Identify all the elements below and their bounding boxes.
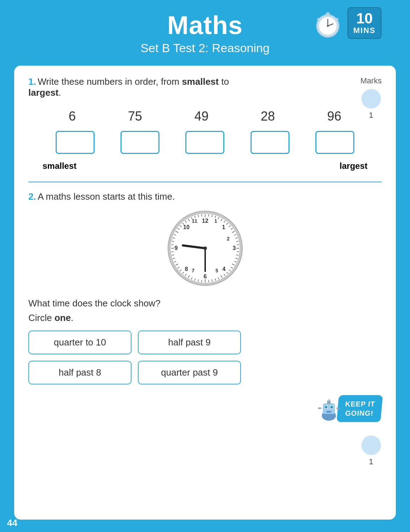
section-divider xyxy=(28,182,382,182)
svg-text:8: 8 xyxy=(185,266,188,272)
svg-text:1: 1 xyxy=(222,224,225,230)
svg-text:2: 2 xyxy=(227,236,230,242)
marks-value-1: 1 xyxy=(357,111,385,120)
page-subtitle: Set B Test 2: Reasoning xyxy=(0,41,410,55)
options-grid: quarter to 10 half past 9 half past 8 qu… xyxy=(28,331,241,384)
number-2: 75 xyxy=(128,109,142,124)
numbers-row: 6 75 49 28 96 xyxy=(43,109,367,124)
stopwatch-icon xyxy=(312,7,344,39)
main-content: Marks 1 1. Write these numbers in order,… xyxy=(14,66,396,520)
svg-text:3: 3 xyxy=(232,245,236,251)
svg-text:9: 9 xyxy=(174,245,178,251)
svg-point-92 xyxy=(330,406,333,409)
keep-going-container: KEEP ITGOING! xyxy=(28,395,382,422)
marks-circle-2 xyxy=(361,436,381,455)
number-5: 96 xyxy=(327,109,341,124)
question-1-prompt-line2: largest. xyxy=(28,87,382,98)
svg-text:1: 1 xyxy=(214,218,217,224)
svg-text:6: 6 xyxy=(203,273,207,279)
q1-text3: . xyxy=(58,87,61,98)
answer-box-3[interactable] xyxy=(185,131,224,154)
option-half-past-8[interactable]: half past 8 xyxy=(28,361,131,384)
svg-text:12: 12 xyxy=(202,218,208,224)
svg-line-55 xyxy=(171,251,173,252)
svg-line-42 xyxy=(201,280,202,282)
smallest-largest-row: smallest largest xyxy=(43,161,367,171)
svg-rect-3 xyxy=(326,12,330,14)
number-3: 49 xyxy=(194,109,208,124)
robot-mascot-icon xyxy=(316,396,341,421)
circle-one-text: Circle one. xyxy=(28,312,382,323)
marks-column: Marks 1 xyxy=(357,76,385,120)
clock-question-text: What time does the clock show? xyxy=(28,298,382,309)
clock-container: 12 1 3 4 6 8 9 10 11 1 2 5 7 xyxy=(28,209,382,287)
svg-text:4: 4 xyxy=(222,266,225,272)
number-4: 28 xyxy=(261,109,275,124)
page-header: Maths Set B Test 2: Reasoning 10 MINS xyxy=(0,0,410,62)
keep-going-badge: KEEP ITGOING! xyxy=(336,395,383,422)
circle-instruction-bold: one xyxy=(55,312,71,323)
question-2-prompt: 2. A maths lesson starts at this time. xyxy=(28,191,382,202)
keep-going-text: KEEP ITGOING! xyxy=(344,399,375,418)
svg-rect-96 xyxy=(318,408,321,409)
svg-point-91 xyxy=(325,406,327,409)
svg-line-12 xyxy=(208,215,209,217)
timer-unit: MINS xyxy=(353,26,376,35)
page-number: 44 xyxy=(7,517,17,528)
marks-section-2: 1 xyxy=(357,436,385,466)
svg-text:11: 11 xyxy=(192,218,197,224)
answer-box-4[interactable] xyxy=(251,131,290,154)
svg-rect-97 xyxy=(336,408,340,409)
clock-svg: 12 1 3 4 6 8 9 10 11 1 2 5 7 xyxy=(166,209,244,287)
q2-number: 2. xyxy=(28,191,36,202)
answer-box-2[interactable] xyxy=(120,131,159,154)
marks-circle-1 xyxy=(361,89,381,109)
option-quarter-past-9[interactable]: quarter past 9 xyxy=(138,361,241,384)
svg-point-8 xyxy=(327,25,329,27)
question-1-section: 1. Write these numbers in order, from sm… xyxy=(28,76,382,171)
svg-text:10: 10 xyxy=(183,224,190,230)
svg-line-70 xyxy=(201,215,202,217)
svg-text:7: 7 xyxy=(192,268,195,273)
marks-value-2: 1 xyxy=(357,457,385,466)
svg-rect-93 xyxy=(326,411,331,412)
answer-boxes xyxy=(43,131,367,154)
svg-line-57 xyxy=(171,245,173,245)
svg-line-27 xyxy=(237,251,239,252)
circle-instruction-prefix: Circle xyxy=(28,312,55,323)
marks-label: Marks xyxy=(357,76,385,85)
largest-label: largest xyxy=(339,161,367,171)
svg-text:5: 5 xyxy=(215,268,218,273)
svg-rect-95 xyxy=(328,399,330,401)
q1-text: Write these numbers in order, from xyxy=(38,76,182,87)
option-half-past-9[interactable]: half past 9 xyxy=(138,331,241,354)
answer-box-5[interactable] xyxy=(315,131,354,154)
svg-point-86 xyxy=(203,246,207,250)
q1-text2: to xyxy=(219,76,229,87)
option-quarter-to-10[interactable]: quarter to 10 xyxy=(28,331,131,354)
question-1-prompt: 1. Write these numbers in order, from sm… xyxy=(28,76,382,87)
q1-bold1: smallest xyxy=(182,76,219,87)
q1-bold2: largest xyxy=(28,87,58,98)
question-2-section: 2. A maths lesson starts at this time. xyxy=(28,191,382,422)
number-1: 6 xyxy=(69,109,76,124)
circle-instruction-suffix: . xyxy=(71,312,73,323)
q2-text: A maths lesson starts at this time. xyxy=(38,191,175,202)
smallest-label: smallest xyxy=(43,161,77,171)
timer-badge: 10 MINS xyxy=(312,7,382,39)
timer-mins-badge: 10 MINS xyxy=(347,7,382,39)
timer-number: 10 xyxy=(353,11,376,26)
answer-box-1[interactable] xyxy=(56,131,95,154)
svg-line-25 xyxy=(237,245,239,245)
q1-number: 1. xyxy=(28,76,36,87)
svg-line-40 xyxy=(208,280,209,282)
